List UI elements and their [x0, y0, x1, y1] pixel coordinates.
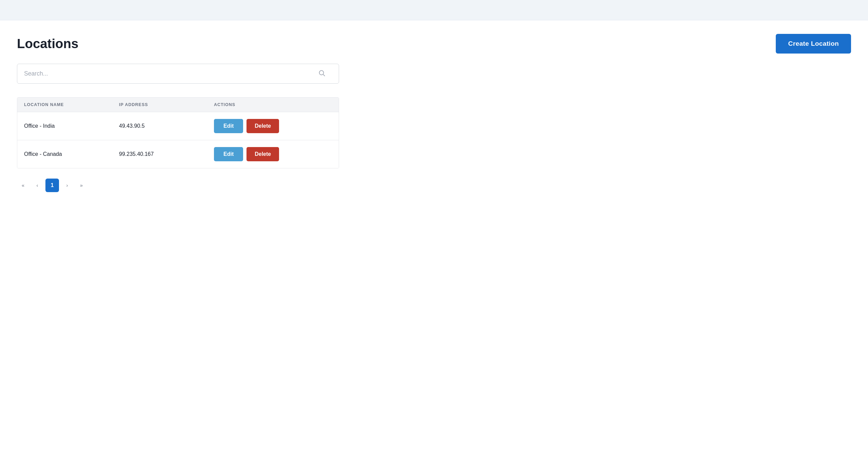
search-container — [17, 64, 851, 84]
pagination-current-page[interactable]: 1 — [45, 179, 59, 192]
pagination: « ‹ 1 › » — [17, 179, 851, 192]
pagination-next-button[interactable]: › — [61, 179, 73, 191]
pagination-prev-button[interactable]: ‹ — [31, 179, 43, 191]
create-location-button[interactable]: Create Location — [776, 34, 851, 54]
search-input[interactable] — [17, 64, 339, 84]
page-header: Locations Create Location — [17, 34, 851, 54]
table-row: Office - India 49.43.90.5 Edit Delete — [17, 112, 339, 140]
header-actions: ACTIONS — [214, 102, 332, 107]
delete-button-row-1[interactable]: Delete — [246, 119, 279, 133]
location-name-cell: Office - Canada — [24, 151, 119, 157]
ip-address-cell: 99.235.40.167 — [119, 151, 214, 157]
table-row: Office - Canada 99.235.40.167 Edit Delet… — [17, 140, 339, 168]
table-header: LOCATION NAME IP ADDRESS ACTIONS — [17, 98, 339, 112]
edit-button-row-1[interactable]: Edit — [214, 119, 243, 133]
delete-button-row-2[interactable]: Delete — [246, 147, 279, 161]
page-title: Locations — [17, 36, 78, 51]
pagination-last-button[interactable]: » — [75, 179, 87, 191]
actions-cell: Edit Delete — [214, 119, 332, 133]
edit-button-row-2[interactable]: Edit — [214, 147, 243, 161]
actions-cell: Edit Delete — [214, 147, 332, 161]
header-ip-address: IP ADDRESS — [119, 102, 214, 107]
location-name-cell: Office - India — [24, 123, 119, 129]
pagination-first-button[interactable]: « — [17, 179, 29, 191]
main-content: Locations Create Location LOCATION NAME … — [0, 20, 868, 473]
header-location-name: LOCATION NAME — [24, 102, 119, 107]
top-bar — [0, 0, 868, 20]
locations-table: LOCATION NAME IP ADDRESS ACTIONS Office … — [17, 97, 339, 168]
ip-address-cell: 49.43.90.5 — [119, 123, 214, 129]
